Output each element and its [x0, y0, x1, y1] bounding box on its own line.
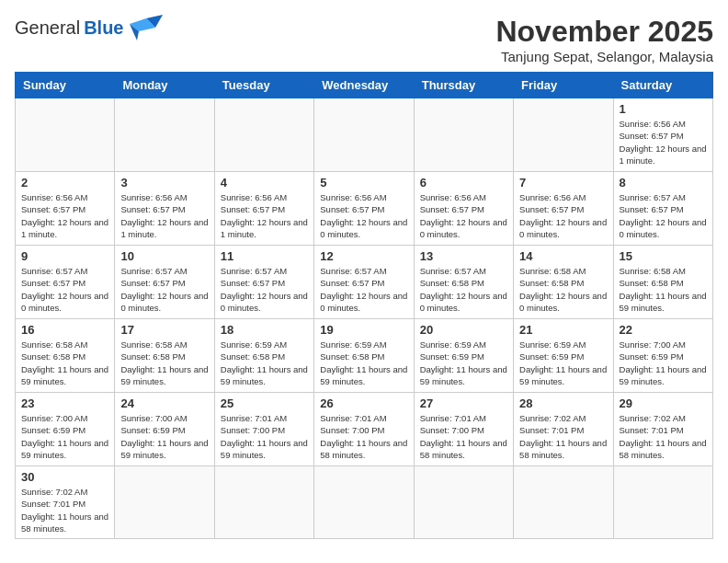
- calendar-cell: 8Sunrise: 6:57 AM Sunset: 6:57 PM Daylig…: [613, 172, 712, 246]
- title-section: November 2025 Tanjung Sepat, Selangor, M…: [495, 15, 713, 64]
- day-info: Sunrise: 7:00 AM Sunset: 6:59 PM Dayligh…: [620, 339, 707, 387]
- month-title: November 2025: [495, 15, 713, 49]
- calendar-cell: [514, 466, 613, 539]
- calendar-cell: [16, 98, 115, 172]
- day-number: 24: [120, 396, 208, 410]
- calendar-cell: [214, 466, 313, 539]
- day-info: Sunrise: 7:01 AM Sunset: 7:00 PM Dayligh…: [420, 412, 507, 461]
- day-number: 16: [21, 323, 108, 337]
- day-info: Sunrise: 6:58 AM Sunset: 6:58 PM Dayligh…: [120, 339, 208, 387]
- calendar-cell: 11Sunrise: 6:57 AM Sunset: 6:57 PM Dayli…: [214, 246, 313, 319]
- day-number: 13: [420, 249, 507, 263]
- day-number: 18: [221, 323, 308, 337]
- day-number: 4: [221, 176, 308, 190]
- calendar-cell: 13Sunrise: 6:57 AM Sunset: 6:58 PM Dayli…: [414, 246, 513, 319]
- day-number: 5: [320, 176, 407, 190]
- calendar-cell: 16Sunrise: 6:58 AM Sunset: 6:58 PM Dayli…: [16, 319, 115, 393]
- day-number: 10: [120, 249, 208, 263]
- day-info: Sunrise: 7:00 AM Sunset: 6:59 PM Dayligh…: [120, 412, 208, 461]
- calendar-cell: 30Sunrise: 7:02 AM Sunset: 7:01 PM Dayli…: [16, 466, 115, 539]
- col-header-tuesday: Tuesday: [214, 73, 313, 98]
- calendar-cell: [115, 466, 214, 539]
- day-number: 23: [21, 396, 108, 410]
- day-info: Sunrise: 6:57 AM Sunset: 6:57 PM Dayligh…: [221, 265, 308, 314]
- calendar-week-row: 30Sunrise: 7:02 AM Sunset: 7:01 PM Dayli…: [16, 466, 713, 539]
- calendar-week-row: 9Sunrise: 6:57 AM Sunset: 6:57 PM Daylig…: [16, 246, 713, 319]
- col-header-friday: Friday: [514, 73, 613, 98]
- calendar-cell: 3Sunrise: 6:56 AM Sunset: 6:57 PM Daylig…: [115, 172, 214, 246]
- calendar-week-row: 16Sunrise: 6:58 AM Sunset: 6:58 PM Dayli…: [16, 319, 713, 393]
- day-number: 6: [420, 176, 507, 190]
- day-info: Sunrise: 6:56 AM Sunset: 6:57 PM Dayligh…: [221, 191, 308, 240]
- calendar-cell: [514, 98, 613, 172]
- calendar-cell: 6Sunrise: 6:56 AM Sunset: 6:57 PM Daylig…: [414, 172, 513, 246]
- location-subtitle: Tanjung Sepat, Selangor, Malaysia: [495, 49, 713, 64]
- day-number: 28: [519, 396, 607, 410]
- day-info: Sunrise: 6:56 AM Sunset: 6:57 PM Dayligh…: [519, 191, 607, 240]
- calendar-cell: 14Sunrise: 6:58 AM Sunset: 6:58 PM Dayli…: [514, 246, 613, 319]
- day-number: 1: [620, 102, 707, 116]
- day-info: Sunrise: 6:58 AM Sunset: 6:58 PM Dayligh…: [21, 339, 108, 387]
- day-info: Sunrise: 6:58 AM Sunset: 6:58 PM Dayligh…: [519, 265, 607, 314]
- day-number: 29: [620, 396, 707, 410]
- calendar-week-row: 2Sunrise: 6:56 AM Sunset: 6:57 PM Daylig…: [16, 172, 713, 246]
- day-info: Sunrise: 6:59 AM Sunset: 6:58 PM Dayligh…: [320, 339, 407, 387]
- calendar-cell: 12Sunrise: 6:57 AM Sunset: 6:57 PM Dayli…: [314, 246, 414, 319]
- day-number: 25: [221, 396, 308, 410]
- day-number: 17: [120, 323, 208, 337]
- calendar-cell: 2Sunrise: 6:56 AM Sunset: 6:57 PM Daylig…: [16, 172, 115, 246]
- day-info: Sunrise: 7:02 AM Sunset: 7:01 PM Dayligh…: [620, 412, 707, 461]
- day-info: Sunrise: 6:57 AM Sunset: 6:57 PM Dayligh…: [21, 265, 108, 314]
- calendar-cell: 28Sunrise: 7:02 AM Sunset: 7:01 PM Dayli…: [514, 393, 613, 466]
- logo-general: General: [15, 17, 80, 39]
- day-info: Sunrise: 6:56 AM Sunset: 6:57 PM Dayligh…: [620, 118, 707, 167]
- calendar-cell: 4Sunrise: 6:56 AM Sunset: 6:57 PM Daylig…: [214, 172, 313, 246]
- calendar-cell: 9Sunrise: 6:57 AM Sunset: 6:57 PM Daylig…: [16, 246, 115, 319]
- calendar-table: SundayMondayTuesdayWednesdayThursdayFrid…: [15, 72, 713, 539]
- col-header-thursday: Thursday: [414, 73, 513, 98]
- day-info: Sunrise: 7:02 AM Sunset: 7:01 PM Dayligh…: [519, 412, 607, 461]
- logo-bird-icon: [130, 15, 163, 40]
- calendar-cell: 23Sunrise: 7:00 AM Sunset: 6:59 PM Dayli…: [16, 393, 115, 466]
- day-number: 27: [420, 396, 507, 410]
- day-info: Sunrise: 6:56 AM Sunset: 6:57 PM Dayligh…: [21, 191, 108, 240]
- calendar-cell: 5Sunrise: 6:56 AM Sunset: 6:57 PM Daylig…: [314, 172, 414, 246]
- day-number: 12: [320, 249, 407, 263]
- day-number: 20: [420, 323, 507, 337]
- day-info: Sunrise: 6:56 AM Sunset: 6:57 PM Dayligh…: [420, 191, 507, 240]
- day-info: Sunrise: 6:57 AM Sunset: 6:57 PM Dayligh…: [120, 265, 208, 314]
- day-info: Sunrise: 6:56 AM Sunset: 6:57 PM Dayligh…: [120, 191, 208, 240]
- day-number: 21: [519, 323, 607, 337]
- calendar-cell: 17Sunrise: 6:58 AM Sunset: 6:58 PM Dayli…: [115, 319, 214, 393]
- calendar-cell: 15Sunrise: 6:58 AM Sunset: 6:58 PM Dayli…: [613, 246, 712, 319]
- day-info: Sunrise: 6:59 AM Sunset: 6:59 PM Dayligh…: [420, 339, 507, 387]
- calendar-cell: 22Sunrise: 7:00 AM Sunset: 6:59 PM Dayli…: [613, 319, 712, 393]
- day-number: 19: [320, 323, 407, 337]
- calendar-cell: [314, 98, 414, 172]
- logo-blue: Blue: [84, 17, 123, 39]
- col-header-wednesday: Wednesday: [314, 73, 414, 98]
- calendar-cell: 26Sunrise: 7:01 AM Sunset: 7:00 PM Dayli…: [314, 393, 414, 466]
- day-number: 9: [21, 249, 108, 263]
- day-info: Sunrise: 6:58 AM Sunset: 6:58 PM Dayligh…: [620, 265, 707, 314]
- calendar-cell: 27Sunrise: 7:01 AM Sunset: 7:00 PM Dayli…: [414, 393, 513, 466]
- calendar-cell: [613, 466, 712, 539]
- day-number: 14: [519, 249, 607, 263]
- day-info: Sunrise: 6:57 AM Sunset: 6:57 PM Dayligh…: [620, 191, 707, 240]
- day-info: Sunrise: 6:57 AM Sunset: 6:58 PM Dayligh…: [420, 265, 507, 314]
- calendar-cell: 18Sunrise: 6:59 AM Sunset: 6:58 PM Dayli…: [214, 319, 313, 393]
- calendar-cell: 1Sunrise: 6:56 AM Sunset: 6:57 PM Daylig…: [613, 98, 712, 172]
- calendar-header-row: SundayMondayTuesdayWednesdayThursdayFrid…: [16, 73, 713, 98]
- day-info: Sunrise: 6:57 AM Sunset: 6:57 PM Dayligh…: [320, 265, 407, 314]
- day-info: Sunrise: 6:59 AM Sunset: 6:58 PM Dayligh…: [221, 339, 308, 387]
- day-number: 2: [21, 176, 108, 190]
- calendar-cell: [414, 98, 513, 172]
- page-header: General Blue November 2025 Tanjung Sepat…: [15, 15, 713, 64]
- col-header-sunday: Sunday: [16, 73, 115, 98]
- day-info: Sunrise: 7:01 AM Sunset: 7:00 PM Dayligh…: [221, 412, 308, 461]
- calendar-cell: 21Sunrise: 6:59 AM Sunset: 6:59 PM Dayli…: [514, 319, 613, 393]
- logo: General Blue: [15, 15, 163, 40]
- day-number: 8: [620, 176, 707, 190]
- day-number: 11: [221, 249, 308, 263]
- day-info: Sunrise: 7:00 AM Sunset: 6:59 PM Dayligh…: [21, 412, 108, 461]
